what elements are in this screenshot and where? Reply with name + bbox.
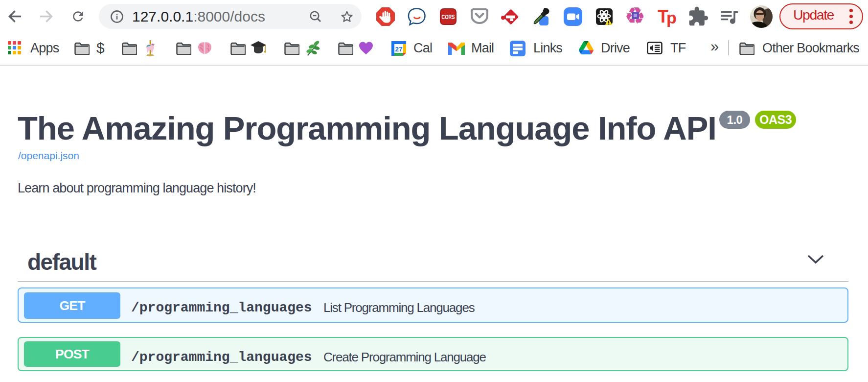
svg-text:CORS: CORS [442, 14, 455, 21]
svg-text:27: 27 [395, 46, 402, 53]
